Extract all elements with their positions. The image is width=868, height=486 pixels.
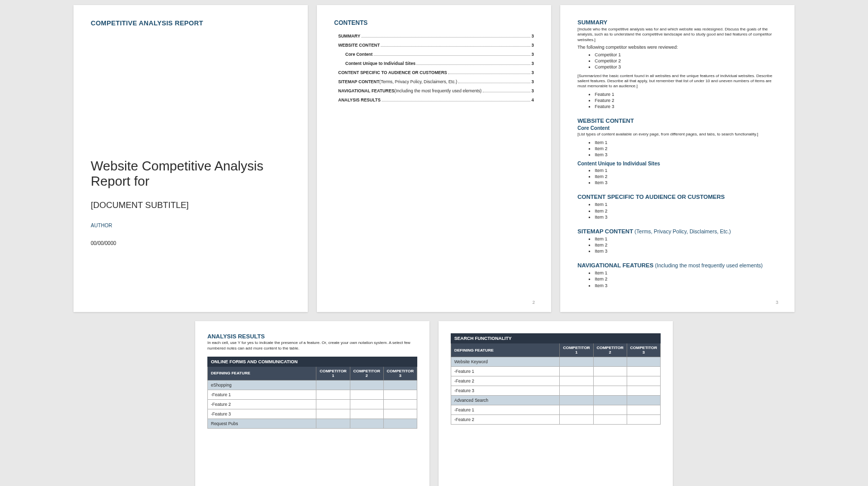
table-cell-label: -Feature 2 bbox=[451, 415, 560, 425]
toc-row: Core Content3 bbox=[334, 52, 534, 57]
list-item: Item 1 bbox=[595, 140, 777, 146]
table-row: -Feature 2 bbox=[451, 415, 661, 425]
list-item: Competitor 3 bbox=[595, 64, 777, 70]
page-row-bottom: ANALYSIS RESULTS In each cell, use Y for… bbox=[0, 321, 868, 486]
table-cell bbox=[593, 396, 627, 405]
table-row: -Feature 1 bbox=[208, 390, 417, 399]
table-cell bbox=[350, 409, 383, 419]
table-cell-label: Website Keyword bbox=[451, 357, 560, 367]
toc-leader bbox=[483, 92, 530, 92]
table-cell bbox=[627, 396, 660, 405]
table-cell bbox=[593, 367, 627, 376]
toc-leader bbox=[374, 55, 530, 56]
toc-page: 3 bbox=[531, 52, 534, 57]
core-content-title: Core Content bbox=[577, 125, 777, 131]
cover-header: COMPETITIVE ANALYSIS REPORT bbox=[91, 19, 291, 27]
table-cell bbox=[560, 405, 593, 415]
toc-row: WEBSITE CONTENT3 bbox=[334, 43, 534, 48]
table-header-competitor: COMPETITOR 2 bbox=[350, 366, 383, 380]
audience-list: Item 1Item 2Item 3 bbox=[577, 201, 777, 220]
analysis-note: In each cell, use Y for yes to indicate … bbox=[207, 340, 417, 352]
cover-date: 00/00/0000 bbox=[91, 240, 291, 246]
toc-leader bbox=[448, 74, 531, 74]
toc-label: Core Content bbox=[345, 52, 373, 57]
table-cell bbox=[593, 415, 627, 425]
page-number: 2 bbox=[532, 300, 535, 305]
table-cell bbox=[316, 390, 350, 399]
table-row: -Feature 2 bbox=[208, 399, 417, 409]
website-content-title: WEBSITE CONTENT bbox=[577, 118, 777, 124]
table-cell bbox=[560, 367, 593, 376]
list-item: Item 1 bbox=[595, 270, 777, 276]
table-cell bbox=[593, 357, 627, 367]
toc-page: 3 bbox=[531, 88, 534, 93]
list-item: Competitor 2 bbox=[595, 58, 777, 64]
table-cell bbox=[383, 390, 417, 399]
list-item: Item 3 bbox=[595, 180, 777, 186]
table-cell bbox=[627, 367, 660, 376]
table-cell bbox=[383, 419, 417, 428]
toc-label: SUMMARY bbox=[338, 33, 360, 39]
table-cell-label: -Feature 1 bbox=[451, 405, 560, 415]
list-item: Item 3 bbox=[595, 283, 777, 289]
table-cell bbox=[627, 386, 660, 396]
online-forms-table: ONLINE FORMS AND COMMUNICATIONDEFINING F… bbox=[207, 357, 417, 429]
summary-competitor-list: Competitor 1Competitor 2Competitor 3 bbox=[577, 52, 777, 70]
search-functionality-table: SEARCH FUNCTIONALITYDEFINING FEATURECOMP… bbox=[451, 333, 661, 425]
page-number: 3 bbox=[776, 300, 778, 305]
core-content-list: Item 1Item 2Item 3 bbox=[577, 140, 777, 158]
table-cell bbox=[627, 376, 660, 386]
table-cell bbox=[627, 357, 660, 367]
summary-section: SUMMARY [Include who the competitive ana… bbox=[577, 19, 777, 110]
toc-leader bbox=[361, 37, 531, 38]
audience-title: CONTENT SPECIFIC TO AUDIENCE OR CUSTOMER… bbox=[577, 194, 777, 200]
table-cell bbox=[560, 376, 593, 386]
toc-leader bbox=[382, 101, 531, 101]
table-cell-label: -Feature 3 bbox=[451, 386, 560, 396]
page-row-top: COMPETITIVE ANALYSIS REPORT Website Comp… bbox=[0, 5, 868, 312]
analysis-title: ANALYSIS RESULTS bbox=[207, 333, 417, 339]
table-cell bbox=[560, 396, 593, 405]
table-cell bbox=[316, 409, 350, 419]
toc-row: SITEMAP CONTENT (Terms, Privacy Policy, … bbox=[334, 79, 534, 84]
list-item: Item 2 bbox=[595, 208, 777, 214]
table-cell-label: -Feature 3 bbox=[208, 409, 316, 419]
table-cell bbox=[560, 415, 593, 425]
table-super-header: SEARCH FUNCTIONALITY bbox=[451, 334, 661, 343]
table-cell bbox=[383, 409, 417, 419]
list-item: Item 1 bbox=[595, 201, 777, 207]
table-cell-label: Request Pubs bbox=[208, 419, 316, 428]
sitemap-section: SITEMAP CONTENT (Terms, Privacy Policy, … bbox=[577, 228, 777, 254]
table-cell bbox=[383, 399, 417, 409]
toc-label: WEBSITE CONTENT bbox=[338, 43, 380, 48]
table-row: eShopping bbox=[208, 380, 417, 390]
toc-page: 4 bbox=[531, 97, 534, 102]
unique-content-list: Item 1Item 2Item 3 bbox=[577, 167, 777, 186]
toc-page: 3 bbox=[531, 43, 534, 48]
toc-page: 3 bbox=[531, 33, 534, 39]
toc-page: 3 bbox=[531, 79, 534, 84]
nav-list: Item 1Item 2Item 3 bbox=[577, 270, 777, 288]
toc-page: 3 bbox=[531, 70, 534, 75]
list-item: Feature 3 bbox=[595, 103, 777, 110]
page-cover: COMPETITIVE ANALYSIS REPORT Website Comp… bbox=[74, 5, 308, 312]
core-content-note: [List types of content available on ever… bbox=[577, 132, 777, 137]
cover-subtitle: [DOCUMENT SUBTITLE] bbox=[91, 200, 291, 211]
sitemap-title-note: (Terms, Privacy Policy, Disclaimers, Etc… bbox=[633, 228, 731, 234]
table-cell bbox=[350, 380, 383, 390]
table-cell bbox=[593, 376, 627, 386]
table-cell-label: -Feature 2 bbox=[208, 399, 316, 409]
sitemap-title-label: SITEMAP CONTENT bbox=[577, 228, 633, 234]
list-item: Item 3 bbox=[595, 152, 777, 158]
toc-list: SUMMARY3WEBSITE CONTENT3Core Content3Con… bbox=[334, 33, 534, 102]
toc-leader bbox=[458, 83, 530, 83]
toc-leader bbox=[416, 64, 530, 65]
toc-label: ANALYSIS RESULTS bbox=[338, 97, 381, 102]
table-cell bbox=[560, 386, 593, 396]
summary-title: SUMMARY bbox=[577, 19, 777, 25]
table-header-defining: DEFINING FEATURE bbox=[208, 366, 316, 380]
table-cell bbox=[383, 380, 417, 390]
table-cell bbox=[316, 380, 350, 390]
table-cell-label: Advanced Search bbox=[451, 396, 560, 405]
table-header-competitor: COMPETITOR 2 bbox=[593, 343, 627, 357]
